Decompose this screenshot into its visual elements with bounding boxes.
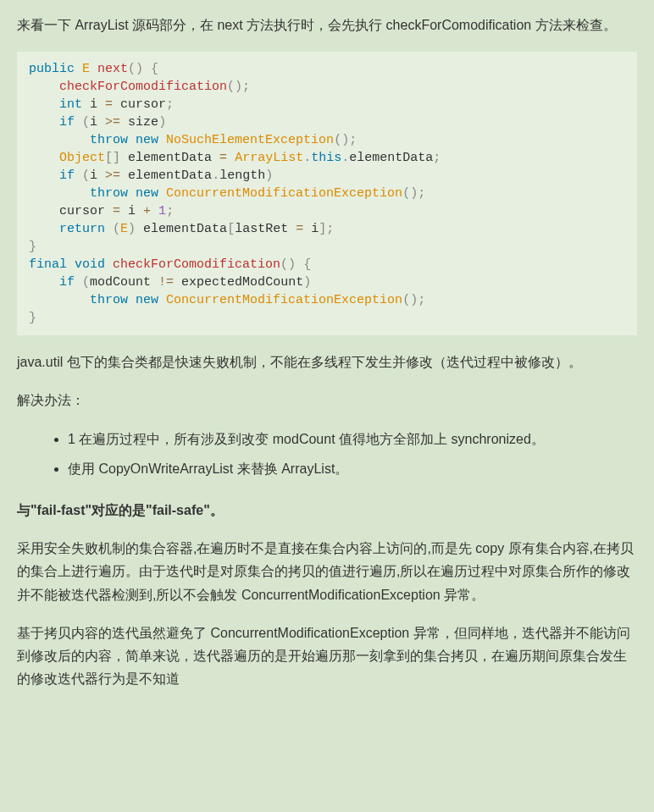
paragraph-3: 解决办法： [17, 389, 637, 412]
code-block: public E next() { checkForComodification… [17, 52, 637, 335]
paragraph-5: 基于拷贝内容的迭代虽然避免了 ConcurrentModificationExc… [17, 621, 637, 691]
solution-list: 1 在遍历过程中，所有涉及到改变 modCount 值得地方全部加上 synch… [68, 428, 637, 480]
paragraph-4: 采用安全失败机制的集合容器,在遍历时不是直接在集合内容上访问的,而是先 copy… [17, 537, 637, 606]
intro-paragraph: 来看一下 ArrayList 源码部分，在 next 方法执行时，会先执行 ch… [17, 14, 637, 36]
list-item: 1 在遍历过程中，所有涉及到改变 modCount 值得地方全部加上 synch… [68, 428, 637, 450]
subheading: 与"fail-fast"对应的是"fail-safe"。 [17, 499, 637, 522]
list-item: 使用 CopyOnWriteArrayList 来替换 ArrayList。 [68, 457, 637, 480]
paragraph-2: java.util 包下的集合类都是快速失败机制，不能在多线程下发生并修改（迭代… [17, 351, 637, 373]
